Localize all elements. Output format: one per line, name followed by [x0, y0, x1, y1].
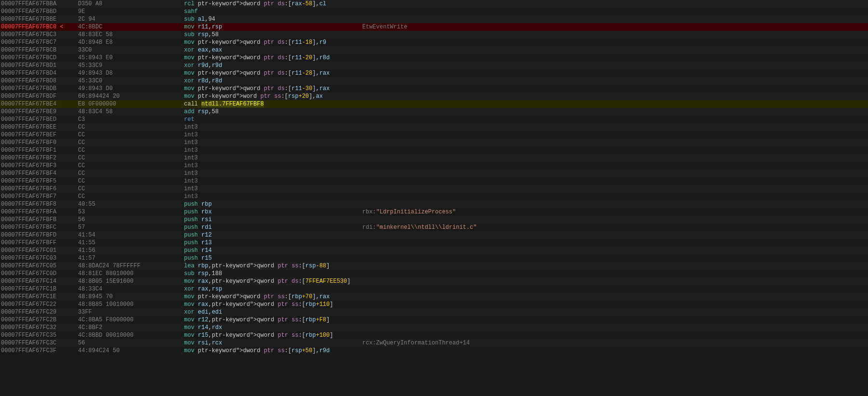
table-row[interactable]: 00007FFEAF67FBF5CCint3 — [0, 177, 868, 185]
table-row[interactable]: 00007FFEAF67FBFD41:54push r12 — [0, 231, 868, 239]
bytes: 56 — [78, 340, 184, 346]
table-row[interactable]: 00007FFEAF67FC0141:56push r14 — [0, 247, 868, 254]
address: 00007FFEAF67FC3C — [1, 340, 78, 346]
table-row[interactable]: 00007FFEAF67FBF1CCint3 — [0, 146, 868, 154]
bytes: 66:894424 20 — [78, 93, 184, 100]
bytes: 45:8943 E0 — [78, 54, 184, 61]
instruction: rcl ptr-keyword">dword ptr ds:[rax-58],c… — [184, 0, 362, 7]
table-row[interactable]: 00007FFEAF67FBFC57push rdirdi:"minkernel… — [0, 224, 868, 231]
instruction: lea rbp,ptr-keyword">qword ptr ss:[rsp-8… — [184, 263, 362, 269]
disassembly-container[interactable]: 00007FFEAF67FBBAD350 A8rcl ptr-keyword">… — [0, 0, 868, 396]
bytes: D350 A8 — [78, 0, 184, 7]
table-row[interactable]: 00007FFEAF67FBFA53push rbxrbx:"LdrpIniti… — [0, 208, 868, 216]
table-row[interactable]: 00007FFEAF67FBBD9Esahf — [0, 8, 868, 15]
bytes: 53 — [78, 209, 184, 215]
table-row[interactable]: 00007FFEAF67FBC0 <4C:8BDCmov r11,rspEtwE… — [0, 23, 868, 31]
table-row[interactable]: 00007FFEAF67FBC74D:894B E8mov ptr-keywor… — [0, 39, 868, 46]
address: 00007FFEAF67FBCD — [1, 54, 78, 61]
table-row[interactable]: 00007FFEAF67FC0548:8DAC24 78FFFFFFlea rb… — [0, 262, 868, 270]
instruction: sahf — [184, 8, 362, 15]
table-row[interactable]: 00007FFEAF67FBF2CCint3 — [0, 154, 868, 162]
table-row[interactable]: 00007FFEAF67FBEFCCint3 — [0, 131, 868, 139]
address: 00007FFEAF67FC3F — [1, 347, 78, 354]
bytes: 44:894C24 50 — [78, 347, 184, 354]
table-row[interactable]: 00007FFEAF67FBF4CCint3 — [0, 170, 868, 177]
address: 00007FFEAF67FC01 — [1, 247, 78, 254]
table-row[interactable]: 00007FFEAF67FC1448:8B05 15E91600mov rax,… — [0, 277, 868, 285]
address: 00007FFEAF67FBF4 — [1, 170, 78, 177]
table-row[interactable]: 00007FFEAF67FBF0CCint3 — [0, 139, 868, 146]
table-row[interactable]: 00007FFEAF67FC3F44:894C24 50mov ptr-keyw… — [0, 347, 868, 355]
table-row[interactable]: 00007FFEAF67FBEECCint3 — [0, 123, 868, 131]
bytes: CC — [78, 139, 184, 146]
table-row[interactable]: 00007FFEAF67FBE948:83C4 58add rsp,58 — [0, 108, 868, 116]
instruction: mov ptr-keyword">qword ptr ss:[rbp+70],r… — [184, 293, 362, 300]
instruction: mov ptr-keyword">dword ptr ds:[r11-20],r… — [184, 54, 362, 61]
table-row[interactable]: 00007FFEAF67FBCB33C0xor eax,eax — [0, 46, 868, 54]
table-row[interactable]: 00007FFEAF67FBFF41:55push r13 — [0, 239, 868, 247]
bytes: CC — [78, 147, 184, 154]
instruction: push r14 — [184, 247, 362, 254]
table-row[interactable]: 00007FFEAF67FC2B4C:8BA5 F8000000mov r12,… — [0, 316, 868, 324]
instruction: int3 — [184, 155, 362, 161]
instruction: push r13 — [184, 239, 362, 246]
address: 00007FFEAF67FBBE — [1, 16, 78, 23]
table-row[interactable]: 00007FFEAF67FC324C:8BF2mov r14,rdx — [0, 324, 868, 331]
table-row[interactable]: 00007FFEAF67FBDF66:894424 20mov ptr-keyw… — [0, 92, 868, 100]
address: 00007FFEAF67FC03 — [1, 255, 78, 262]
bytes: CC — [78, 155, 184, 161]
table-row[interactable]: 00007FFEAF67FBD845:33C0xor r8d,r8d — [0, 77, 868, 85]
table-row[interactable]: 00007FFEAF67FC2933FFxor edi,edi — [0, 308, 868, 316]
table-row[interactable]: 00007FFEAF67FC354C:8BBD 00010000mov r15,… — [0, 331, 868, 339]
comment: rdi:"minkernel\\ntdll\\ldrinit.c" — [362, 224, 867, 231]
table-row[interactable]: 00007FFEAF67FBDB49:8943 D0mov ptr-keywor… — [0, 85, 868, 92]
address: 00007FFEAF67FBEF — [1, 132, 78, 138]
table-row[interactable]: 00007FFEAF67FBF7CCint3 — [0, 193, 868, 200]
table-row[interactable]: 00007FFEAF67FBE4E8 0F000000call ntdll.7F… — [0, 100, 868, 108]
table-row[interactable]: 00007FFEAF67FC3C56mov rsi,rcxrcx:ZwQuery… — [0, 339, 868, 347]
table-row[interactable]: 00007FFEAF67FC2248:8B85 10010000mov rax,… — [0, 301, 868, 308]
bytes: 41:56 — [78, 247, 184, 254]
address: 00007FFEAF67FBF5 — [1, 178, 78, 185]
bytes: CC — [78, 124, 184, 131]
table-row[interactable]: 00007FFEAF67FBBAD350 A8rcl ptr-keyword">… — [0, 0, 868, 8]
instruction: push r15 — [184, 255, 362, 262]
instruction: xor rax,rsp — [184, 286, 362, 292]
address: 00007FFEAF67FBBD — [1, 8, 78, 15]
table-row[interactable]: 00007FFEAF67FC0341:57push r15 — [0, 254, 868, 262]
address: 00007FFEAF67FBE4 — [1, 101, 78, 107]
table-row[interactable]: 00007FFEAF67FC1E48:8945 70mov ptr-keywor… — [0, 293, 868, 301]
bytes: C3 — [78, 116, 184, 123]
table-row[interactable]: 00007FFEAF67FBF3CCint3 — [0, 162, 868, 170]
table-row[interactable]: 00007FFEAF67FBD145:33C9xor r9d,r9d — [0, 62, 868, 69]
table-row[interactable]: 00007FFEAF67FBBE2C 94sub al,94 — [0, 15, 868, 23]
bytes: CC — [78, 132, 184, 138]
bytes: 9E — [78, 8, 184, 15]
table-row[interactable]: 00007FFEAF67FBD449:8943 D8mov ptr-keywor… — [0, 69, 868, 77]
bytes: CC — [78, 193, 184, 200]
table-row[interactable]: 00007FFEAF67FC0D48:81EC 88010000sub rsp,… — [0, 270, 868, 277]
address: 00007FFEAF67FBF3 — [1, 162, 78, 169]
address: 00007FFEAF67FC22 — [1, 301, 78, 308]
instruction: int3 — [184, 139, 362, 146]
address: 00007FFEAF67FBF6 — [1, 185, 78, 192]
bytes: 2C 94 — [78, 16, 184, 23]
table-row[interactable]: 00007FFEAF67FBC348:83EC 58sub rsp,58 — [0, 31, 868, 39]
table-row[interactable]: 00007FFEAF67FBF840:55push rbp — [0, 200, 868, 208]
table-row[interactable]: 00007FFEAF67FBEDC3ret — [0, 116, 868, 123]
address: 00007FFEAF67FBDF — [1, 93, 78, 100]
table-row[interactable]: 00007FFEAF67FBFB56push rsi — [0, 216, 868, 224]
bytes: 48:8945 70 — [78, 293, 184, 300]
instruction: mov r15,ptr-keyword">qword ptr ss:[rbp+1… — [184, 332, 362, 339]
instruction: xor edi,edi — [184, 309, 362, 316]
bytes: 57 — [78, 224, 184, 231]
address: 00007FFEAF67FC14 — [1, 278, 78, 285]
table-row[interactable]: 00007FFEAF67FBCD45:8943 E0mov ptr-keywor… — [0, 54, 868, 62]
address: 00007FFEAF67FBD4 — [1, 70, 78, 77]
table-row[interactable]: 00007FFEAF67FBF6CCint3 — [0, 185, 868, 193]
address: 00007FFEAF67FC0D — [1, 270, 78, 277]
table-row[interactable]: 00007FFEAF67FC1B48:33C4xor rax,rsp — [0, 285, 868, 293]
instruction: push rbp — [184, 201, 362, 208]
address: 00007FFEAF67FBEE — [1, 124, 78, 131]
instruction: ret — [184, 116, 362, 123]
